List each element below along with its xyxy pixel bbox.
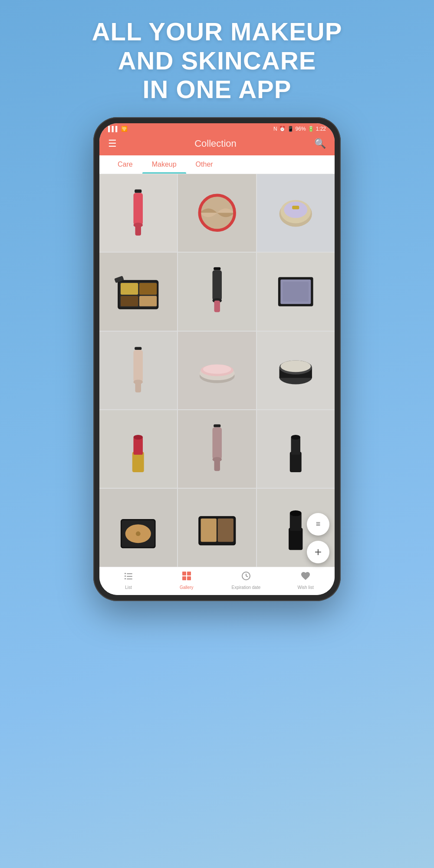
svg-rect-61 [127,576,132,577]
svg-line-70 [246,576,248,577]
nav-label-wishlist: Wish list [297,585,313,590]
nav-item-wishlist[interactable]: Wish list [293,571,319,590]
hamburger-icon[interactable]: ☰ [108,138,117,149]
svg-rect-54 [217,519,233,542]
product-cell[interactable] [99,489,177,566]
svg-rect-16 [139,296,157,306]
svg-rect-0 [135,190,142,193]
svg-point-46 [291,435,301,440]
svg-rect-45 [291,437,301,455]
product-cell[interactable] [257,332,335,409]
nfc-indicator: N [273,126,277,132]
alarm-icon: ⏰ [279,126,286,132]
phone-screen: ▌▌▌ 🛜 N ⏰ 📱 96% 🔋 1:22 ☰ Collection 🔍 Ca… [99,123,335,595]
hero-line3: IN ONE APP [92,75,342,104]
svg-point-57 [290,510,302,516]
svg-rect-15 [121,296,138,306]
status-right: N ⏰ 📱 96% 🔋 1:22 [273,126,326,132]
filter-icon: ≡ [316,519,321,529]
filter-fab[interactable]: ≡ [307,513,329,536]
svg-rect-10 [292,206,299,210]
svg-rect-19 [212,270,222,300]
app-header: ☰ Collection 🔍 [99,134,335,155]
product-cell[interactable] [257,174,335,252]
svg-point-9 [284,202,307,218]
svg-rect-25 [135,347,142,350]
fab-area: ≡ + [307,513,329,563]
product-cell[interactable] [99,174,177,252]
hero-section: ALL YOUR MAKEUP AND SKINCARE IN ONE APP [92,17,342,104]
svg-rect-53 [201,519,216,542]
svg-rect-18 [214,267,220,270]
product-cell[interactable] [178,489,256,566]
list-icon [123,571,134,584]
svg-rect-13 [121,283,138,295]
product-cell[interactable] [257,253,335,330]
nav-label-gallery: Gallery [180,585,194,590]
svg-rect-67 [187,576,191,580]
hero-line1: ALL YOUR MAKEUP [92,17,342,46]
product-cell[interactable] [99,410,177,488]
svg-rect-59 [127,573,132,574]
svg-rect-38 [134,437,143,455]
product-cell[interactable] [178,253,256,330]
svg-point-50 [136,531,141,536]
tab-makeup[interactable]: Makeup [142,155,186,174]
search-icon[interactable]: 🔍 [314,138,326,149]
hero-line2: AND SKINCARE [92,46,342,76]
nav-label-list: List [125,585,132,590]
svg-rect-26 [134,350,143,382]
nav-item-expiration[interactable]: Expiration date [232,571,261,590]
time-display: 1:22 [316,126,326,132]
phone-icon: 📱 [287,126,294,132]
svg-rect-66 [182,576,186,580]
product-cell[interactable] [257,410,335,488]
svg-rect-63 [127,579,132,579]
svg-rect-37 [132,452,144,472]
product-cell[interactable] [178,410,256,488]
header-title: Collection [194,138,237,149]
svg-point-32 [203,365,231,374]
product-cell[interactable] [178,174,256,252]
battery-icon: 🔋 [308,126,314,132]
tab-other[interactable]: Other [186,155,223,174]
gallery-icon [181,571,192,584]
svg-rect-3 [135,225,141,236]
battery-pct: 96% [296,126,306,132]
nav-label-expiration: Expiration date [232,585,261,590]
svg-rect-64 [182,572,186,575]
svg-rect-60 [125,575,126,577]
status-bar: ▌▌▌ 🛜 N ⏰ 📱 96% 🔋 1:22 [99,123,335,134]
signal-icon: ▌▌▌ [108,126,119,132]
svg-rect-21 [214,300,220,312]
svg-point-36 [280,361,311,372]
nav-item-gallery[interactable]: Gallery [174,571,200,590]
svg-rect-41 [212,427,222,460]
svg-rect-14 [139,283,157,295]
nav-item-list[interactable]: List [115,571,141,590]
phone-shell: ▌▌▌ 🛜 N ⏰ 📱 96% 🔋 1:22 ☰ Collection 🔍 Ca… [93,117,341,601]
svg-rect-1 [134,193,143,225]
svg-rect-43 [214,460,220,471]
tabs-bar: Care Makeup Other [99,155,335,174]
svg-rect-58 [125,573,126,574]
svg-rect-40 [214,424,220,427]
product-cell[interactable] [99,332,177,409]
add-icon: + [315,545,322,559]
svg-rect-55 [289,528,302,550]
add-fab[interactable]: + [307,541,329,563]
bottom-nav: List Gallery [99,567,335,595]
svg-rect-62 [125,578,126,579]
wifi-icon: 🛜 [121,126,128,132]
svg-rect-28 [135,382,141,392]
product-cell[interactable] [99,253,177,330]
svg-rect-65 [187,572,191,575]
product-grid: ≡ + [99,174,335,567]
product-cell[interactable] [178,332,256,409]
svg-rect-44 [290,452,302,472]
expiration-icon [241,571,251,584]
svg-rect-24 [283,282,309,302]
status-left: ▌▌▌ 🛜 [108,126,128,132]
tab-care[interactable]: Care [108,155,142,174]
wishlist-icon [300,571,311,584]
